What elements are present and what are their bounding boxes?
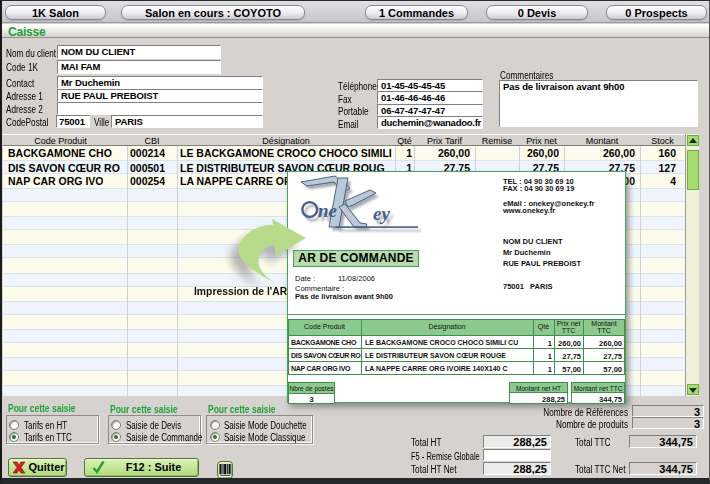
svg-text:ne: ne [318, 200, 338, 221]
svg-text:ey: ey [373, 203, 390, 224]
